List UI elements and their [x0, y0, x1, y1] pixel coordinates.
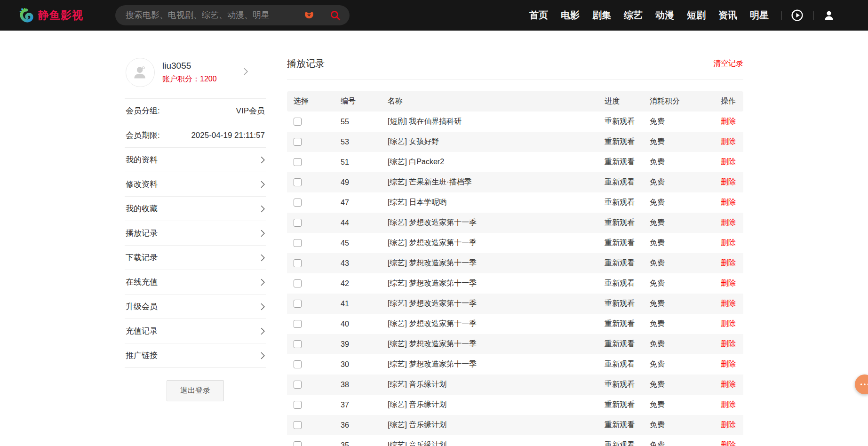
- row-checkbox[interactable]: [294, 441, 302, 446]
- delete-link[interactable]: 删除: [721, 400, 736, 408]
- sidebar-item-4[interactable]: 播放记录: [125, 221, 266, 246]
- floating-more-button[interactable]: [855, 374, 868, 394]
- row-cost: 免费: [643, 233, 706, 253]
- row-cost: 免费: [643, 354, 706, 374]
- nav-item-4[interactable]: 综艺: [624, 9, 643, 22]
- nav-item-8[interactable]: 明星: [750, 9, 769, 22]
- nav-item-1[interactable]: 首页: [529, 9, 548, 22]
- row-checkbox[interactable]: [294, 259, 302, 267]
- rewatch-link[interactable]: 重新观看: [605, 400, 635, 408]
- delete-link[interactable]: 删除: [721, 279, 736, 287]
- profile-card[interactable]: liu3055 账户积分：1200: [125, 57, 266, 99]
- delete-link[interactable]: 删除: [721, 360, 736, 368]
- delete-link[interactable]: 删除: [721, 319, 736, 327]
- row-checkbox[interactable]: [294, 118, 302, 126]
- delete-link[interactable]: 删除: [721, 421, 736, 429]
- delete-link[interactable]: 删除: [721, 137, 736, 145]
- row-checkbox[interactable]: [294, 421, 302, 429]
- rewatch-link[interactable]: 重新观看: [605, 117, 635, 125]
- row-checkbox[interactable]: [294, 158, 302, 166]
- row-cost: 免费: [643, 415, 706, 435]
- sidebar-item-8[interactable]: 充值记录: [125, 319, 266, 343]
- rewatch-link[interactable]: 重新观看: [605, 299, 635, 307]
- sidebar-item-6[interactable]: 在线充值: [125, 270, 266, 295]
- row-cost: 免费: [643, 435, 706, 446]
- row-checkbox[interactable]: [294, 178, 302, 186]
- row-cost: 免费: [643, 253, 706, 273]
- delete-link[interactable]: 删除: [721, 117, 736, 125]
- row-title: [综艺] 女孩好野: [381, 132, 598, 152]
- clear-history-link[interactable]: 清空记录: [713, 59, 743, 69]
- row-checkbox[interactable]: [294, 401, 302, 409]
- rewatch-link[interactable]: 重新观看: [605, 360, 635, 368]
- row-checkbox[interactable]: [294, 239, 302, 247]
- col-id: 编号: [334, 91, 381, 112]
- delete-link[interactable]: 删除: [721, 198, 736, 206]
- row-checkbox[interactable]: [294, 360, 302, 368]
- delete-link[interactable]: 删除: [721, 380, 736, 388]
- rewatch-link[interactable]: 重新观看: [605, 259, 635, 267]
- logout-button[interactable]: 退出登录: [167, 380, 224, 401]
- search-input[interactable]: [126, 10, 303, 20]
- rewatch-link[interactable]: 重新观看: [605, 198, 635, 206]
- rewatch-link[interactable]: 重新观看: [605, 380, 635, 388]
- sidebar-item-9[interactable]: 推广链接: [125, 343, 266, 368]
- nav-right-icons: [781, 9, 835, 22]
- table-row: 30[综艺] 梦想改造家第十一季重新观看免费删除: [287, 354, 743, 374]
- main-nav: 首页电影剧集综艺动漫短剧资讯明星: [529, 9, 769, 22]
- delete-link[interactable]: 删除: [721, 158, 736, 166]
- delete-link[interactable]: 删除: [721, 259, 736, 267]
- rewatch-link[interactable]: 重新观看: [605, 319, 635, 327]
- username: liu3055: [162, 61, 217, 71]
- row-checkbox[interactable]: [294, 320, 302, 328]
- rewatch-link[interactable]: 重新观看: [605, 239, 635, 247]
- panel-header: 播放记录 清空记录: [287, 57, 743, 80]
- sidebar-item-7[interactable]: 升级会员: [125, 295, 266, 319]
- row-checkbox[interactable]: [294, 138, 302, 146]
- rewatch-link[interactable]: 重新观看: [605, 279, 635, 287]
- rewatch-link[interactable]: 重新观看: [605, 340, 635, 348]
- rewatch-link[interactable]: 重新观看: [605, 441, 635, 446]
- row-title: [综艺] 梦想改造家第十一季: [381, 294, 598, 314]
- delete-link[interactable]: 删除: [721, 218, 736, 226]
- nav-item-6[interactable]: 短剧: [687, 9, 706, 22]
- sidebar-item-2[interactable]: 修改资料: [125, 172, 266, 197]
- row-checkbox[interactable]: [294, 300, 302, 308]
- sidebar-item-3[interactable]: 我的收藏: [125, 197, 266, 221]
- row-checkbox[interactable]: [294, 340, 302, 348]
- delete-link[interactable]: 删除: [721, 340, 736, 348]
- row-checkbox[interactable]: [294, 381, 302, 389]
- nav-item-3[interactable]: 剧集: [592, 9, 611, 22]
- sidebar-item-5[interactable]: 下载记录: [125, 246, 266, 270]
- row-id: 43: [334, 253, 381, 273]
- user-icon[interactable]: [823, 9, 835, 22]
- delete-link[interactable]: 删除: [721, 299, 736, 307]
- sidebar-item-1[interactable]: 我的资料: [125, 148, 266, 172]
- row-id: 37: [334, 395, 381, 415]
- delete-link[interactable]: 删除: [721, 239, 736, 247]
- row-checkbox[interactable]: [294, 279, 302, 287]
- rewatch-link[interactable]: 重新观看: [605, 218, 635, 226]
- nav-item-7[interactable]: 资讯: [718, 9, 737, 22]
- row-cost: 免费: [643, 172, 706, 192]
- nav-item-2[interactable]: 电影: [561, 9, 580, 22]
- row-checkbox[interactable]: [294, 199, 302, 207]
- rewatch-link[interactable]: 重新观看: [605, 158, 635, 166]
- rewatch-link[interactable]: 重新观看: [605, 137, 635, 145]
- chevron-right-icon: [261, 156, 265, 164]
- search-icon[interactable]: [329, 9, 341, 21]
- watch-history-icon[interactable]: [791, 9, 804, 22]
- row-title: [综艺] 梦想改造家第十一季: [381, 314, 598, 334]
- row-cost: 免费: [643, 374, 706, 395]
- row-cost: 免费: [643, 395, 706, 415]
- row-id: 36: [334, 415, 381, 435]
- delete-link[interactable]: 删除: [721, 441, 736, 446]
- site-logo[interactable]: 静鱼影视: [19, 8, 83, 23]
- row-checkbox[interactable]: [294, 219, 302, 227]
- fox-icon[interactable]: [303, 10, 315, 21]
- nav-item-5[interactable]: 动漫: [655, 9, 674, 22]
- row-id: 51: [334, 152, 381, 172]
- rewatch-link[interactable]: 重新观看: [605, 178, 635, 186]
- rewatch-link[interactable]: 重新观看: [605, 421, 635, 429]
- delete-link[interactable]: 删除: [721, 178, 736, 186]
